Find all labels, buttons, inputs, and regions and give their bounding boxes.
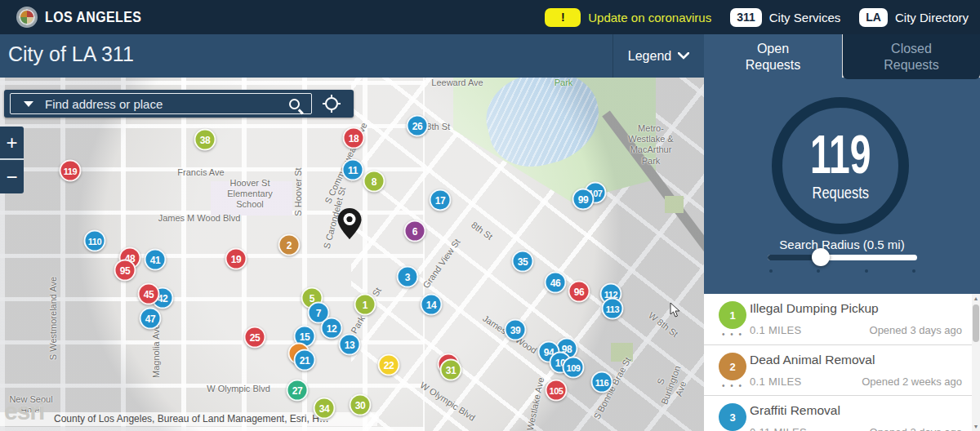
map-marker[interactable]: 14 [421,294,443,316]
request-count: 119 [810,129,871,180]
map-marker[interactable]: 18 [343,127,365,149]
request-list: 1• • •Illegal Dumping Pickup0.1 MILESOpe… [704,294,980,431]
map-marker[interactable]: 21 [294,349,316,371]
street-label: Magnolia Ave [151,324,162,378]
green-space [665,196,684,213]
search-input[interactable] [45,97,289,111]
alert-icon[interactable]: ! [545,8,581,27]
request-title: Dead Animal Removal [750,353,875,367]
slider-tick [769,269,773,273]
brand-title: LOS ANGELES [45,8,141,26]
esri-logo: esri [4,398,44,425]
map-marker[interactable]: 41 [145,249,167,271]
map-marker[interactable]: 1 [354,294,376,316]
tab-closed-label: Closed Requests [884,41,939,73]
map-marker[interactable]: 95 [114,260,136,282]
request-count-label: Requests [812,184,868,202]
map-marker[interactable]: 8 [363,171,385,193]
search-radius-label: Search Radius (0.5 mi) [704,238,980,251]
map-marker[interactable]: 34 [314,398,336,420]
map-marker[interactable]: 105 [546,380,568,402]
city-directory-link[interactable]: City Directory [895,11,969,24]
tab-open-label: Open Requests [746,41,801,73]
request-distance: 0.11 MILES [750,426,807,431]
la-city-seal-icon [16,7,38,28]
map-marker[interactable]: 17 [430,189,452,211]
request-count-ring: 119 Requests [772,97,909,234]
map-marker[interactable]: 26 [407,115,429,137]
request-opened: Opened 2 days ago [870,426,962,431]
map-marker[interactable]: 46 [545,272,567,294]
street-label: S Hoover St [293,167,304,216]
search-dropdown-arrow-icon[interactable] [24,101,33,107]
request-options-dots: • • • [719,330,746,339]
map-marker[interactable]: 116 [591,371,613,393]
scroll-up-icon[interactable]: ▲ [972,295,980,301]
map-marker[interactable]: 109 [563,357,585,379]
map-marker[interactable]: 35 [512,251,534,273]
badge-la[interactable]: LA [859,8,888,27]
map-marker[interactable]: 6 [404,220,426,242]
slider-handle[interactable] [812,248,830,266]
request-list-item[interactable]: 2• • •Dead Animal Removal0.1 MILESOpened… [704,344,972,395]
request-distance: 0.1 MILES [750,375,801,388]
map-marker[interactable]: 30 [350,394,372,416]
legend-button[interactable]: Legend [612,34,704,78]
zoom-controls: + − [0,127,24,193]
map-marker[interactable]: 39 [505,319,527,341]
map-marker[interactable]: 22 [378,354,400,376]
street-label: Leeward Ave [431,78,483,88]
street-label: Metro-Westlake & MacArthur Park [625,123,678,167]
legend-label: Legend [628,49,671,64]
map-marker[interactable]: 113 [602,298,624,320]
map-marker[interactable]: 119 [60,160,82,182]
badge-311[interactable]: 311 [730,8,762,27]
request-number-badge: 3 [719,403,746,431]
map-marker[interactable]: 3 [397,266,419,288]
map-marker[interactable]: 27 [287,380,309,402]
map-marker[interactable]: 31 [440,359,462,381]
request-number-badge: 2 [719,353,746,380]
request-list-scrollbar[interactable]: ▲ ▼ [972,294,980,431]
map-marker[interactable]: 38 [194,129,216,151]
request-list-item[interactable]: 1• • •Illegal Dumping Pickup0.1 MILESOpe… [704,294,972,344]
map-marker[interactable]: 45 [138,283,160,305]
search-icon[interactable] [289,99,300,109]
map-marker[interactable]: 19 [225,248,247,270]
request-opened: Opened 3 days ago [870,324,962,336]
app-root: LOS ANGELES ! Update on coronavirus 311 … [0,0,980,431]
scroll-down-icon[interactable]: ▼ [972,424,980,429]
request-distance: 0.1 MILES [750,324,801,336]
location-pin-icon [336,207,363,240]
city-services-link[interactable]: City Services [769,11,841,24]
street-label: W Olympic Blvd [207,384,270,394]
page-title: City of LA 311 [8,42,134,66]
locate-me-button[interactable] [313,90,350,118]
tab-closed-requests[interactable]: Closed Requests [843,34,980,79]
mouse-cursor [670,302,680,318]
request-options-dots: • • • [719,381,746,390]
coronavirus-link[interactable]: Update on coronavirus [588,11,711,24]
zoom-in-button[interactable]: + [0,127,24,160]
street-label: Hoover St Elementary School [227,178,273,211]
street-label: Francis Ave [177,167,224,178]
zoom-out-button[interactable]: − [0,160,24,193]
map-marker[interactable]: 110 [84,230,106,252]
map-marker[interactable]: 47 [140,308,162,330]
request-list-item[interactable]: 3• • •Graffiti Removal0.11 MILESOpened 2… [704,395,972,431]
map-marker[interactable]: 11 [342,159,364,181]
request-title: Graffiti Removal [750,403,840,418]
map-marker[interactable]: 2 [278,234,301,256]
chevron-down-icon [678,52,689,60]
request-title: Illegal Dumping Pickup [750,301,879,316]
tab-open-requests[interactable]: Open Requests [704,34,842,79]
map-marker[interactable]: 13 [339,334,361,356]
map-marker[interactable]: 12 [321,318,343,340]
map-marker[interactable]: 99 [572,189,595,211]
map-marker[interactable]: 96 [568,281,590,303]
map-canvas[interactable]: Leeward AveParkW 8th StFrancis AveHoover… [0,78,704,431]
search-radius-slider[interactable] [768,255,917,260]
slider-tick [912,269,915,273]
map-marker[interactable]: 25 [244,327,266,349]
scrollbar-thumb[interactable] [973,304,979,342]
